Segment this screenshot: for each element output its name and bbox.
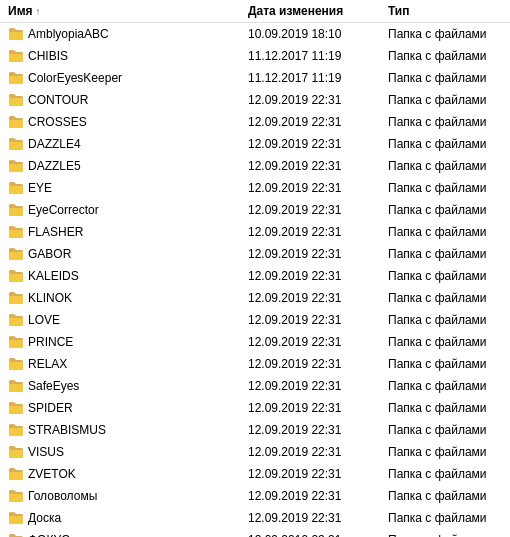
file-name-cell: RELAX	[8, 356, 248, 372]
file-name: DAZZLE4	[28, 137, 81, 151]
file-type: Папка с файлами	[388, 49, 502, 63]
table-row[interactable]: CHIBIS 11.12.2017 11:19 Папка с файлами	[0, 45, 510, 67]
file-date: 12.09.2019 22:31	[248, 203, 388, 217]
table-row[interactable]: KALEIDS 12.09.2019 22:31 Папка с файлами	[0, 265, 510, 287]
file-name-cell: VISUS	[8, 444, 248, 460]
table-row[interactable]: LOVE 12.09.2019 22:31 Папка с файлами	[0, 309, 510, 331]
file-name-cell: CHIBIS	[8, 48, 248, 64]
file-name-cell: EYE	[8, 180, 248, 196]
file-name-cell: SafeEyes	[8, 378, 248, 394]
file-name-cell: Доска	[8, 510, 248, 526]
file-type: Папка с файлами	[388, 159, 502, 173]
file-name-cell: STRABISMUS	[8, 422, 248, 438]
table-row[interactable]: PRINCE 12.09.2019 22:31 Папка с файлами	[0, 331, 510, 353]
folder-icon	[8, 48, 24, 64]
file-name: ColorEyesKeeper	[28, 71, 122, 85]
file-name-cell: CONTOUR	[8, 92, 248, 108]
col-name-header[interactable]: Имя ↑	[8, 4, 248, 18]
table-row[interactable]: ZVETOK 12.09.2019 22:31 Папка с файлами	[0, 463, 510, 485]
file-date: 12.09.2019 22:31	[248, 313, 388, 327]
file-name-cell: CROSSES	[8, 114, 248, 130]
file-name-cell: KALEIDS	[8, 268, 248, 284]
table-row[interactable]: SPIDER 12.09.2019 22:31 Папка с файлами	[0, 397, 510, 419]
column-headers: Имя ↑ Дата изменения Тип	[0, 0, 510, 23]
file-date: 12.09.2019 22:31	[248, 467, 388, 481]
folder-icon	[8, 26, 24, 42]
file-name-cell: DAZZLE4	[8, 136, 248, 152]
file-name: DAZZLE5	[28, 159, 81, 173]
table-row[interactable]: ФОКУС 12.09.2019 22:31 Папка с файлами	[0, 529, 510, 537]
table-row[interactable]: CONTOUR 12.09.2019 22:31 Папка с файлами	[0, 89, 510, 111]
sort-arrow: ↑	[36, 6, 41, 17]
file-name-cell: ФОКУС	[8, 532, 248, 537]
table-row[interactable]: KLINOK 12.09.2019 22:31 Папка с файлами	[0, 287, 510, 309]
file-name: LOVE	[28, 313, 60, 327]
file-name: EYE	[28, 181, 52, 195]
file-date: 12.09.2019 22:31	[248, 93, 388, 107]
file-type: Папка с файлами	[388, 313, 502, 327]
col-date-header[interactable]: Дата изменения	[248, 4, 388, 18]
file-type: Папка с файлами	[388, 203, 502, 217]
file-name: ZVETOK	[28, 467, 76, 481]
file-type: Папка с файлами	[388, 445, 502, 459]
file-type: Папка с файлами	[388, 467, 502, 481]
table-row[interactable]: RELAX 12.09.2019 22:31 Папка с файлами	[0, 353, 510, 375]
folder-icon	[8, 158, 24, 174]
folder-icon	[8, 92, 24, 108]
folder-icon	[8, 224, 24, 240]
file-name-cell: ZVETOK	[8, 466, 248, 482]
file-type: Папка с файлами	[388, 379, 502, 393]
table-row[interactable]: DAZZLE5 12.09.2019 22:31 Папка с файлами	[0, 155, 510, 177]
file-type: Папка с файлами	[388, 137, 502, 151]
file-date: 11.12.2017 11:19	[248, 71, 388, 85]
file-name: CHIBIS	[28, 49, 68, 63]
folder-icon	[8, 466, 24, 482]
col-name-label: Имя	[8, 4, 33, 18]
table-row[interactable]: EyeCorrector 12.09.2019 22:31 Папка с фа…	[0, 199, 510, 221]
file-name: Доска	[28, 511, 61, 525]
file-name: KLINOK	[28, 291, 72, 305]
file-date: 12.09.2019 22:31	[248, 533, 388, 537]
file-type: Папка с файлами	[388, 93, 502, 107]
file-date: 12.09.2019 22:31	[248, 225, 388, 239]
file-type: Папка с файлами	[388, 291, 502, 305]
table-row[interactable]: CROSSES 12.09.2019 22:31 Папка с файлами	[0, 111, 510, 133]
file-type: Папка с файлами	[388, 401, 502, 415]
file-type: Папка с файлами	[388, 269, 502, 283]
folder-icon	[8, 180, 24, 196]
file-date: 12.09.2019 22:31	[248, 489, 388, 503]
file-name-cell: Головоломы	[8, 488, 248, 504]
folder-icon	[8, 532, 24, 537]
folder-icon	[8, 400, 24, 416]
folder-icon	[8, 312, 24, 328]
folder-icon	[8, 510, 24, 526]
folder-icon	[8, 70, 24, 86]
file-explorer: Имя ↑ Дата изменения Тип AmblyopiaABC 10…	[0, 0, 510, 537]
folder-icon	[8, 422, 24, 438]
table-row[interactable]: Доска 12.09.2019 22:31 Папка с файлами	[0, 507, 510, 529]
file-name: EyeCorrector	[28, 203, 99, 217]
table-row[interactable]: SafeEyes 12.09.2019 22:31 Папка с файлам…	[0, 375, 510, 397]
table-row[interactable]: STRABISMUS 12.09.2019 22:31 Папка с файл…	[0, 419, 510, 441]
folder-icon	[8, 356, 24, 372]
file-name-cell: FLASHER	[8, 224, 248, 240]
table-row[interactable]: VISUS 12.09.2019 22:31 Папка с файлами	[0, 441, 510, 463]
col-type-header[interactable]: Тип	[388, 4, 502, 18]
file-date: 11.12.2017 11:19	[248, 49, 388, 63]
file-type: Папка с файлами	[388, 489, 502, 503]
folder-icon	[8, 114, 24, 130]
table-row[interactable]: Головоломы 12.09.2019 22:31 Папка с файл…	[0, 485, 510, 507]
file-date: 12.09.2019 22:31	[248, 115, 388, 129]
file-type: Папка с файлами	[388, 247, 502, 261]
table-row[interactable]: AmblyopiaABC 10.09.2019 18:10 Папка с фа…	[0, 23, 510, 45]
table-row[interactable]: FLASHER 12.09.2019 22:31 Папка с файлами	[0, 221, 510, 243]
file-list: AmblyopiaABC 10.09.2019 18:10 Папка с фа…	[0, 23, 510, 537]
file-type: Папка с файлами	[388, 181, 502, 195]
file-name: SPIDER	[28, 401, 73, 415]
table-row[interactable]: GABOR 12.09.2019 22:31 Папка с файлами	[0, 243, 510, 265]
table-row[interactable]: ColorEyesKeeper 11.12.2017 11:19 Папка с…	[0, 67, 510, 89]
table-row[interactable]: EYE 12.09.2019 22:31 Папка с файлами	[0, 177, 510, 199]
table-row[interactable]: DAZZLE4 12.09.2019 22:31 Папка с файлами	[0, 133, 510, 155]
file-type: Папка с файлами	[388, 533, 502, 537]
file-date: 12.09.2019 22:31	[248, 445, 388, 459]
